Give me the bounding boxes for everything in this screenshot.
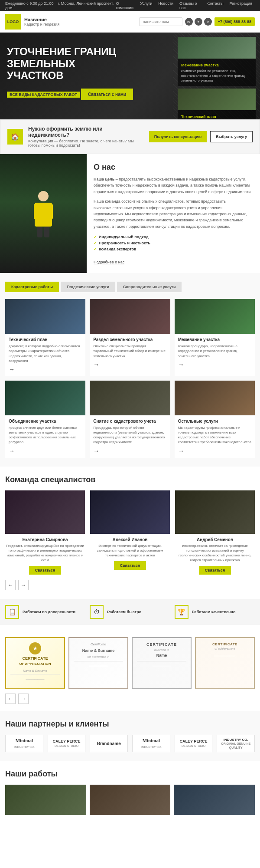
works-grid — [5, 785, 255, 815]
service-card-title: Объединение участка — [9, 419, 82, 424]
top-nav-item[interactable]: О компании — [116, 1, 134, 10]
service-card-title: Остальные услуги — [178, 419, 251, 424]
service-arrow[interactable]: → — [178, 447, 184, 454]
team-name: Алексей Иванов — [90, 537, 170, 542]
top-nav-item[interactable]: Отзывы о нас — [179, 1, 200, 10]
team-contact-button[interactable]: Связаться — [29, 566, 62, 575]
certificates-grid: ★ CERTIFICATEOf Appreciation Name & Surn… — [5, 637, 255, 689]
svg-rect-5 — [44, 227, 49, 237]
work-image-3 — [174, 785, 255, 815]
service-card-text: документ, в котором подробно описываются… — [9, 344, 82, 363]
top-nav-item[interactable]: Услуги — [140, 1, 153, 10]
service-card: Межевание участка важная процедура, напр… — [175, 299, 255, 376]
tab-geodetic[interactable]: Геодезические услуги — [61, 282, 115, 292]
service-arrow[interactable]: → — [9, 447, 15, 454]
partners-logos: MinimalINDUSTRY CO. CALEY PERCEDESIGN ST… — [5, 735, 255, 752]
feature-item: ⏱ Работаем быстро — [90, 605, 170, 619]
team-navigation: ← → — [5, 580, 255, 590]
services-section: Кадастровые работы Геодезические услуги … — [0, 273, 260, 467]
about-list-item: Индивидуальный подход — [94, 234, 253, 240]
work-image-1 — [5, 785, 86, 815]
certs-prev-button[interactable]: ← — [5, 694, 16, 704]
svg-rect-3 — [48, 204, 53, 219]
social-icons: ✉ ✈ V — [185, 18, 212, 26]
team-member-card: Екатерина Смирнова Геодезист, специализи… — [5, 490, 85, 575]
about-section: О нас Наша цель – предоставлять высокока… — [0, 154, 260, 273]
service-card-text: Мы гарантируем профессиональные и точные… — [178, 425, 251, 445]
cert-title-2: Name & Surname — [74, 648, 123, 654]
choose-service-button[interactable]: Выбрать услугу — [210, 131, 253, 142]
person-illustration — [26, 187, 61, 240]
svg-point-0 — [38, 191, 49, 201]
about-image — [0, 154, 87, 273]
top-bar-nav: О компании Услуги Новости Отзывы о нас К… — [116, 1, 255, 10]
works-section: Наши работы — [0, 761, 260, 824]
hero-subtitle: ВСЕ ВИДЫ КАДАСТРОВЫХ РАБОТ — [7, 92, 80, 98]
search-input[interactable] — [139, 17, 182, 26]
service-card-body: Межевание участка важная процедура, напр… — [175, 334, 255, 372]
about-more-link[interactable]: Подробнее о нас — [94, 260, 124, 264]
tab-cadastral[interactable]: Кадастровые работы — [5, 282, 59, 292]
nav-search: ✉ ✈ V +7 (800) 888-88-88 — [139, 17, 255, 26]
team-member-card: Алексей Иванов Эксперт по технической до… — [90, 490, 170, 575]
about-list-item: Прозрачность и честность — [94, 240, 253, 246]
service-arrow[interactable]: → — [93, 361, 99, 368]
team-next-button[interactable]: → — [18, 580, 29, 590]
service-card-text: Процедура, при которой объект недвижимос… — [93, 425, 166, 445]
team-title: Команда специалистов — [5, 475, 255, 484]
service-arrow[interactable]: → — [93, 447, 99, 454]
svg-rect-2 — [34, 204, 39, 219]
about-list: Индивидуальный подход Прозрачность и чес… — [94, 234, 253, 252]
certificates-section: ★ CERTIFICATEOf Appreciation Name & Surn… — [0, 625, 260, 711]
service-arrow[interactable]: → — [178, 361, 184, 368]
cert-sig-3: ___________ — [137, 661, 186, 666]
cta-icon: 🏠 — [7, 129, 23, 145]
team-contact-button[interactable]: Связаться — [114, 561, 146, 570]
whatsapp-icon[interactable]: ✉ — [185, 18, 193, 26]
top-nav-item[interactable]: Контакты — [207, 1, 224, 10]
service-image-2 — [90, 299, 170, 334]
cert-sig-1: ___________ — [10, 674, 60, 679]
feature-item: 🏆 Работаем качественно — [175, 605, 255, 619]
service-card-title: Снятие с кадастрового учета — [93, 419, 166, 424]
tab-support[interactable]: Сопроводительные услуги — [117, 282, 182, 292]
about-list-item: Команда экспертов — [94, 246, 253, 252]
team-role: инженер-геолог, отвечает за проведение т… — [175, 543, 255, 563]
cert-title-3: CERTIFICATE — [137, 642, 186, 647]
company-name: Название — [24, 17, 59, 22]
cert-sig-2: ___________ — [74, 661, 123, 666]
cert-pre-2: Certificate — [74, 642, 123, 646]
service-card-body: Объединение участка процесс слияния двух… — [5, 415, 85, 458]
service-card-body: Остальные услуги Мы гарантируем професси… — [175, 415, 255, 458]
vk-icon[interactable]: V — [204, 18, 212, 26]
service-arrow[interactable]: → — [9, 366, 15, 373]
services-grid: Технический план документ, в котором под… — [5, 299, 255, 458]
features-section: 📋 Работаем по доверенности ⏱ Работаем бы… — [0, 599, 260, 625]
feature-label-2: Работаем быстро — [107, 610, 141, 614]
team-contact-button[interactable]: Связаться — [199, 566, 231, 575]
cta-text: Нужно оформить землю или недвижимость? К… — [28, 126, 144, 148]
team-prev-button[interactable]: ← — [5, 580, 16, 590]
service-card-body: Раздел земельного участка Опытные специа… — [90, 334, 170, 372]
partner-logo-1: MinimalINDUSTRY CO. — [5, 735, 43, 752]
team-member-card: Андрей Семенов инженер-геолог, отвечает … — [175, 490, 255, 575]
hero-card-title-1: Межевание участка — [181, 63, 252, 67]
service-card-body: Снятие с кадастрового учета Процедура, п… — [90, 415, 170, 458]
phone-button[interactable]: +7 (800) 888-88-88 — [214, 17, 255, 26]
cta-banner: 🏠 Нужно оформить землю или недвижимость?… — [0, 119, 260, 154]
get-consultation-button[interactable]: Получить консультацию — [149, 131, 207, 142]
service-card-text: Опытные специалисты проводят тщательный … — [93, 344, 166, 358]
top-nav-item[interactable]: Новости — [158, 1, 173, 10]
partners-title: Наши партнеры и клиенты — [5, 720, 255, 729]
partners-section: Наши партнеры и клиенты MinimalINDUSTRY … — [0, 711, 260, 761]
hero-card-title-2: Технический план — [181, 115, 252, 119]
hero-cta-button[interactable]: Связаться с нами — [81, 89, 133, 100]
telegram-icon[interactable]: ✈ — [195, 18, 202, 26]
service-card-title: Раздел земельного участка — [93, 337, 166, 342]
certs-next-button[interactable]: → — [18, 694, 29, 704]
top-nav-item[interactable]: Регистрация — [229, 1, 252, 10]
certificate-card-2: Certificate Name & Surname for excellenc… — [68, 637, 128, 689]
cta-buttons: Получить консультацию Выбрать услугу — [149, 131, 253, 142]
certificates-navigation: ← → — [5, 694, 255, 704]
about-title: О нас — [94, 163, 253, 172]
